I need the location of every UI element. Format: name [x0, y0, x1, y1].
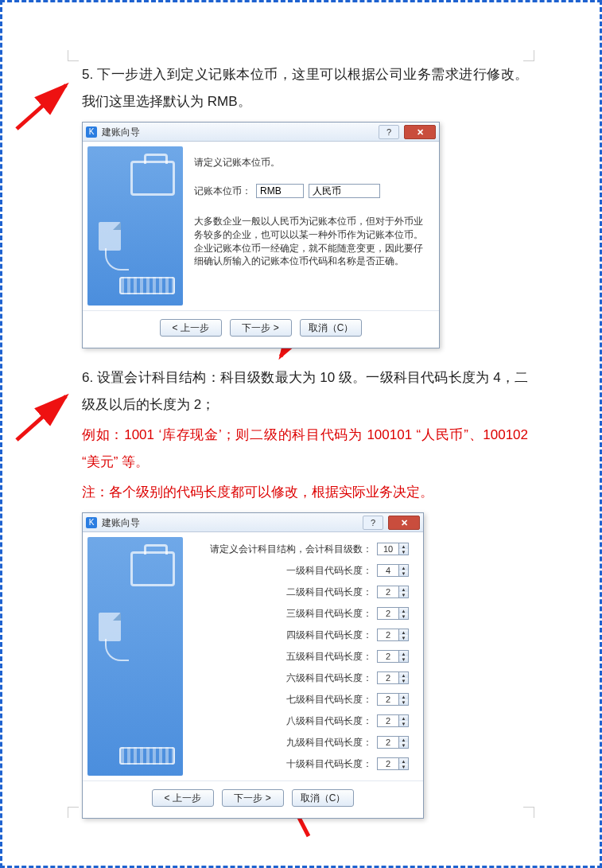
level-length-row: 四级科目代码长度：2▲▼: [194, 625, 414, 644]
chevron-down-icon[interactable]: ▼: [399, 678, 408, 683]
cancel-button[interactable]: 取消（C）: [292, 789, 355, 807]
chevron-down-icon[interactable]: ▼: [399, 635, 408, 640]
level-length-spinner[interactable]: 2▲▼: [377, 671, 409, 684]
help-note: 大多数企业一般以人民币为记账本位币，但对于外币业务较多的企业，也可以以某一种外币…: [194, 215, 429, 268]
next-button[interactable]: 下一步 >: [222, 789, 284, 807]
chevron-down-icon[interactable]: ▼: [399, 656, 408, 662]
level-length-row: 八级科目代码长度：2▲▼: [194, 711, 414, 730]
window-title: 建账向导: [102, 123, 140, 142]
currency-name-input[interactable]: [309, 184, 380, 198]
para-step6: 6. 设置会计科目结构：科目级数最大为 10 级。一级科目代码长度为 4，二级及…: [82, 364, 528, 418]
level-label: 六级科目代码长度：: [286, 668, 372, 687]
flow-arrow-icon: [105, 248, 129, 271]
level-length-spinner[interactable]: 2▲▼: [377, 586, 409, 598]
chevron-down-icon[interactable]: ▼: [399, 764, 408, 769]
level-length-row: 十级科目代码长度：2▲▼: [194, 754, 414, 773]
next-button[interactable]: 下一步 >: [230, 319, 292, 337]
window-title: 建账向导: [102, 513, 140, 532]
level-label: 一级科目代码长度：: [286, 561, 372, 580]
level-label: 三级科目代码长度：: [286, 604, 372, 623]
chevron-up-icon[interactable]: ▲: [399, 586, 408, 592]
level-label: 四级科目代码长度：: [286, 625, 372, 644]
wizard-side-image: [87, 146, 183, 306]
wizard-currency: K 建账向导 ? ✕ 请定义记账本位币。 记账本位币：: [82, 122, 440, 348]
chevron-down-icon[interactable]: ▼: [399, 699, 408, 705]
titlebar: K 建账向导 ? ✕: [83, 123, 439, 142]
para-note: 注：各个级别的代码长度都可以修改，根据实际业务决定。: [82, 479, 528, 506]
cancel-button[interactable]: 取消（C）: [300, 319, 363, 337]
app-icon: K: [86, 517, 97, 528]
help-button[interactable]: ?: [363, 516, 383, 530]
app-icon: K: [86, 127, 97, 138]
chevron-down-icon[interactable]: ▼: [399, 549, 408, 555]
level-length-spinner[interactable]: 2▲▼: [377, 693, 409, 706]
document-icon: [99, 222, 121, 251]
level-count-spinner[interactable]: 10 ▲▼: [377, 543, 409, 555]
crop-mark: [523, 50, 534, 61]
prompt-text: 请定义记账本位币。: [194, 153, 429, 172]
chevron-down-icon[interactable]: ▼: [399, 742, 408, 748]
level-length-row: 三级科目代码长度：2▲▼: [194, 604, 414, 623]
wizard-account-structure: K 建账向导 ? ✕ 请定义会计科目结构，会计科目级数： 10: [82, 512, 424, 819]
level-length-row: 一级科目代码长度：4▲▼: [194, 561, 414, 580]
chevron-down-icon[interactable]: ▼: [399, 592, 408, 597]
chevron-up-icon[interactable]: ▲: [399, 651, 408, 656]
crop-mark: [523, 807, 534, 818]
level-label: 五级科目代码长度：: [286, 647, 372, 666]
level-length-spinner[interactable]: 4▲▼: [377, 564, 409, 577]
chevron-up-icon[interactable]: ▲: [399, 715, 408, 721]
level-length-row: 五级科目代码长度：2▲▼: [194, 647, 414, 666]
keyboard-icon: [119, 747, 175, 765]
keyboard-icon: [119, 277, 175, 294]
briefcase-icon: [130, 551, 175, 586]
flow-arrow-icon: [105, 639, 129, 661]
level-length-row: 七级科目代码长度：2▲▼: [194, 690, 414, 709]
chevron-up-icon[interactable]: ▲: [399, 737, 408, 742]
prev-button[interactable]: < 上一步: [152, 789, 214, 807]
chevron-down-icon[interactable]: ▼: [399, 570, 408, 576]
close-button[interactable]: ✕: [404, 125, 436, 139]
briefcase-icon: [130, 161, 175, 196]
chevron-down-icon[interactable]: ▼: [399, 613, 408, 619]
chevron-up-icon[interactable]: ▲: [399, 758, 408, 764]
level-label: 二级科目代码长度：: [286, 582, 372, 601]
level-label: 十级科目代码长度：: [286, 754, 372, 773]
level-label: 九级科目代码长度：: [286, 733, 372, 752]
level-length-spinner[interactable]: 2▲▼: [377, 757, 409, 770]
level-label: 七级科目代码长度：: [286, 690, 372, 709]
level-length-spinner[interactable]: 2▲▼: [377, 629, 409, 641]
titlebar: K 建账向导 ? ✕: [83, 513, 423, 532]
help-button[interactable]: ?: [379, 125, 399, 139]
crop-mark: [68, 807, 79, 818]
prev-button[interactable]: < 上一步: [160, 319, 222, 337]
document-icon: [99, 613, 121, 641]
chevron-down-icon[interactable]: ▼: [399, 721, 408, 726]
level-length-spinner[interactable]: 2▲▼: [377, 650, 409, 663]
level-length-row: 二级科目代码长度：2▲▼: [194, 582, 414, 601]
chevron-up-icon[interactable]: ▲: [399, 608, 408, 613]
para-step5: 5. 下一步进入到定义记账本位币，这里可以根据公司业务需求进行修改。我们这里选择…: [82, 61, 528, 115]
level-label: 八级科目代码长度：: [286, 711, 372, 730]
level-length-row: 六级科目代码长度：2▲▼: [194, 668, 414, 687]
wizard-side-image: [87, 537, 183, 776]
crop-mark: [68, 50, 79, 61]
level-count-label: 请定义会计科目结构，会计科目级数：: [210, 539, 372, 559]
chevron-up-icon[interactable]: ▲: [399, 694, 408, 699]
level-length-spinner[interactable]: 2▲▼: [377, 607, 409, 620]
chevron-up-icon[interactable]: ▲: [399, 565, 408, 570]
currency-label: 记账本位币：: [194, 181, 251, 200]
chevron-up-icon[interactable]: ▲: [399, 543, 408, 549]
level-length-spinner[interactable]: 2▲▼: [377, 714, 409, 727]
currency-code-input[interactable]: [256, 184, 304, 198]
close-button[interactable]: ✕: [388, 516, 420, 530]
chevron-up-icon[interactable]: ▲: [399, 672, 408, 678]
level-length-spinner[interactable]: 2▲▼: [377, 736, 409, 749]
level-length-row: 九级科目代码长度：2▲▼: [194, 733, 414, 752]
chevron-up-icon[interactable]: ▲: [399, 629, 408, 635]
para-example: 例如：1001 ‘库存现金’；则二级的科目代码为 100101 “人民币”、10…: [82, 422, 528, 476]
